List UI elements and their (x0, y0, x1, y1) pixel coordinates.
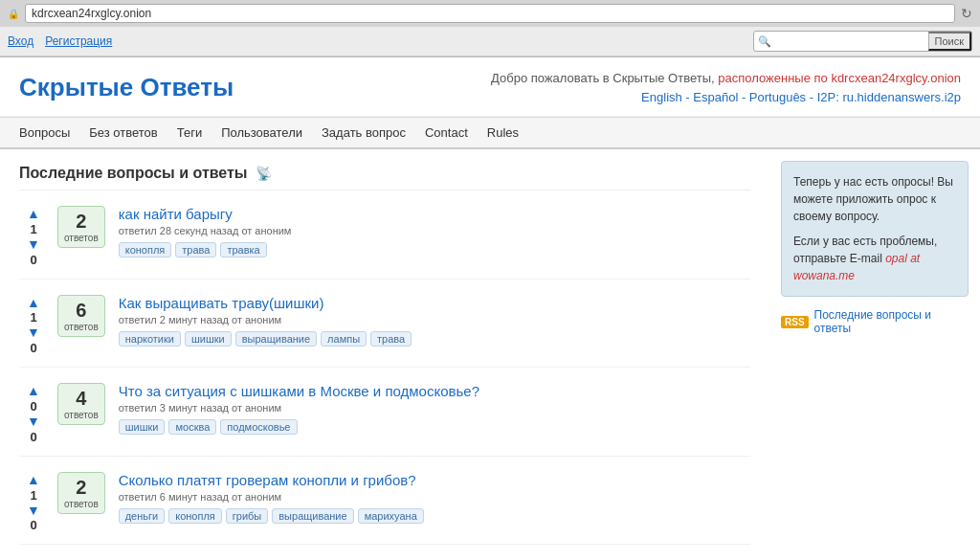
tag[interactable]: шишки (185, 331, 232, 347)
vote-down-2[interactable]: ▼ (27, 325, 40, 341)
vote-down-1[interactable]: ▼ (27, 236, 40, 253)
browser-search-box: 🔍 Поиск (753, 31, 972, 52)
vote-count-up-2: 1 (30, 310, 36, 325)
vote-box-1: ▲ 1 ▼ 0 (19, 206, 48, 267)
tag[interactable]: шишки (119, 419, 166, 435)
vote-box-2: ▲ 1 ▼ 0 (19, 295, 48, 356)
question-item: ▲ 1 ▼ 0 6 ответов Как выращивать траву(ш… (19, 295, 750, 369)
tag[interactable]: травка (220, 242, 266, 258)
vote-up-3[interactable]: ▲ (27, 383, 40, 399)
question-item: ▲ 1 ▼ 0 2 ответов как найти барыгу ответ… (19, 206, 750, 280)
lang-english[interactable]: English (641, 90, 682, 104)
vote-up-4[interactable]: ▲ (27, 472, 40, 488)
question-item: ▲ 0 ▼ 0 4 ответов Что за ситуация с шишк… (19, 383, 750, 457)
login-link[interactable]: Вход (8, 34, 33, 48)
tag[interactable]: выращивание (272, 508, 353, 524)
browser-titlebar: 🔒 kdrcxean24rxglcy.onion ↻ (0, 0, 980, 27)
tag[interactable]: наркотики (119, 331, 181, 347)
tag[interactable]: деньги (119, 508, 166, 524)
lang-portuguese[interactable]: Português (749, 90, 806, 104)
question-body-2: Как выращивать траву(шишки) ответил 2 ми… (119, 295, 750, 347)
rss-badge: RSS (781, 316, 809, 328)
tag[interactable]: конопля (119, 242, 172, 258)
browser-search-button[interactable]: Поиск (928, 32, 971, 51)
question-body-3: Что за ситуация с шишками в Москве и под… (119, 383, 750, 435)
sidebar: Теперь у нас есть опросы! Вы можете прил… (769, 149, 980, 560)
tag[interactable]: подмосковье (220, 419, 297, 435)
site-tagline: Добро пожаловать в Скрытые Ответы, распо… (491, 69, 961, 106)
question-title-4[interactable]: Сколько платят гроверам конопли и грибов… (119, 472, 416, 488)
browser-chrome: 🔒 kdrcxean24rxglcy.onion ↻ Вход Регистра… (0, 0, 980, 57)
question-meta-1: ответил 28 секунд назад от аноним (119, 225, 750, 236)
reload-icon[interactable]: ↻ (961, 6, 972, 21)
nav-tags[interactable]: Теги (177, 125, 202, 140)
answer-count-box-1: 2 ответов (57, 206, 105, 248)
question-meta-2: ответил 2 минут назад от аноним (119, 314, 750, 325)
tag[interactable]: лампы (321, 331, 367, 347)
vote-box-4: ▲ 1 ▼ 0 (19, 472, 48, 533)
sidebar-info-box: Теперь у нас есть опросы! Вы можете прил… (781, 161, 969, 297)
tag[interactable]: трава (175, 242, 216, 258)
nav-users[interactable]: Пользователи (221, 125, 302, 140)
lock-icon: 🔒 (8, 9, 19, 19)
tags-2: наркотики шишки выращивание лампы трава (119, 331, 750, 347)
page-title: Последние вопросы и ответы (19, 165, 248, 182)
browser-nav-links: Вход Регистрация (8, 34, 746, 48)
vote-down-4[interactable]: ▼ (27, 503, 40, 519)
browser-search-input[interactable] (775, 33, 928, 50)
question-title-1[interactable]: как найти барыгу (119, 206, 233, 222)
question-meta-4: ответил 6 минут назад от аноним (119, 491, 750, 503)
tags-1: конопля трава травка (119, 242, 750, 258)
vote-up-1[interactable]: ▲ (27, 206, 40, 222)
answer-count-box-2: 6 ответов (57, 295, 105, 337)
nav-unanswered[interactable]: Без ответов (89, 125, 157, 140)
question-title-2[interactable]: Как выращивать траву(шишки) (119, 295, 324, 311)
question-body-4: Сколько платят гроверам конопли и грибов… (119, 472, 750, 524)
lang-links: English - Español - Português - I2P: ru.… (491, 88, 961, 107)
rss-icon[interactable]: 📡 (256, 166, 272, 181)
question-title-3[interactable]: Что за ситуация с шишками в Москве и под… (119, 383, 479, 399)
browser-toolbar: Вход Регистрация 🔍 Поиск (0, 27, 980, 56)
answer-count-box-4: 2 ответов (57, 472, 105, 514)
vote-count-up-3: 0 (30, 399, 36, 414)
lang-i2p[interactable]: ru.hiddenanswers.i2p (842, 90, 961, 104)
main-layout: Последние вопросы и ответы 📡 ▲ 1 ▼ 0 2 о… (0, 149, 980, 560)
vote-up-2[interactable]: ▲ (27, 295, 40, 311)
tag[interactable]: марихуана (358, 508, 424, 524)
vote-count-down-2: 0 (30, 341, 36, 355)
vote-count-up-1: 1 (30, 222, 36, 236)
tag[interactable]: грибы (226, 508, 268, 524)
tag[interactable]: москва (168, 419, 216, 435)
vote-count-up-4: 1 (30, 488, 36, 503)
page: Скрытые Ответы Добро пожаловать в Скрыты… (0, 57, 980, 560)
nav-questions[interactable]: Вопросы (19, 125, 70, 140)
register-link[interactable]: Регистрация (45, 34, 112, 48)
question-body-1: как найти барыгу ответил 28 секунд назад… (119, 206, 750, 258)
sidebar-rss-link[interactable]: RSS Последние вопросы и ответы (781, 308, 969, 335)
tags-3: шишки москва подмосковье (119, 419, 750, 435)
tag[interactable]: выращивание (235, 331, 317, 347)
vote-count-down-3: 0 (30, 430, 36, 444)
tag[interactable]: трава (370, 331, 412, 347)
nav-ask[interactable]: Задать вопрос (322, 125, 406, 140)
vote-down-3[interactable]: ▼ (27, 414, 40, 430)
page-title-row: Последние вопросы и ответы 📡 (19, 165, 750, 190)
question-meta-3: ответил 3 минут назад от аноним (119, 402, 750, 414)
site-header: Скрытые Ответы Добро пожаловать в Скрыты… (0, 57, 980, 117)
lang-spanish[interactable]: Español (693, 90, 738, 104)
url-bar[interactable]: kdrcxean24rxglcy.onion (25, 4, 955, 23)
site-nav: Вопросы Без ответов Теги Пользователи За… (0, 117, 980, 149)
vote-count-down-4: 0 (30, 518, 36, 532)
search-flag-icon: 🔍 (754, 34, 775, 50)
tags-4: деньги конопля грибы выращивание марихуа… (119, 508, 750, 524)
nav-rules[interactable]: Rules (487, 125, 519, 140)
site-logo: Скрытые Ответы (19, 73, 234, 102)
main-content: Последние вопросы и ответы 📡 ▲ 1 ▼ 0 2 о… (0, 149, 769, 560)
vote-count-down-1: 0 (30, 253, 36, 267)
sidebar-text-2: Если у вас есть проблемы, отправьте E-ma… (793, 233, 956, 284)
answer-count-box-3: 4 ответов (57, 383, 105, 425)
tagline-text: Добро пожаловать в Скрытые Ответы, распо… (491, 69, 961, 88)
nav-contact[interactable]: Contact (425, 125, 468, 140)
vote-box-3: ▲ 0 ▼ 0 (19, 383, 48, 444)
tag[interactable]: конопля (168, 508, 222, 524)
